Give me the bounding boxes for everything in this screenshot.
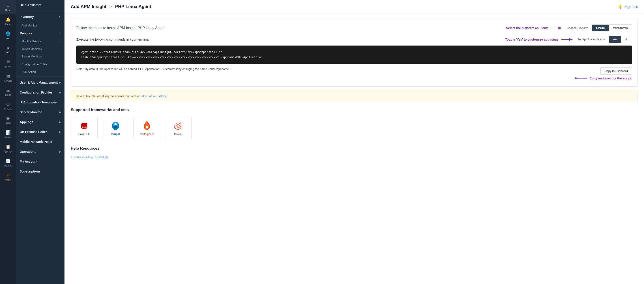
sidebar-item-web[interactable]: 🌐 Web — [0, 28, 16, 42]
appname-annotation-text: Toggle 'Yes' to customize app name. — [505, 38, 559, 41]
sidebar-sub-item-import-monitors[interactable]: Import Monitors — [16, 45, 64, 53]
server-icon: 🖥 — [5, 59, 11, 65]
sidebar-item-metrics[interactable]: 📊 Metrics — [0, 127, 16, 141]
laravel-logo — [173, 120, 184, 131]
admin-icon: ⚙ — [5, 172, 11, 178]
sidebar-item-cloud[interactable]: ☁ Cloud — [0, 85, 16, 99]
applogs-arrow-icon: ▶ — [59, 121, 61, 124]
trouble-bar: Having trouble installing the agent? Try… — [71, 91, 638, 101]
appname-annotation-row: Toggle 'Yes' to customize app name. — [505, 37, 574, 42]
sidebar-sub-item-config-rules[interactable]: Configuration Rules + — [16, 60, 64, 68]
framework-codeigniter[interactable]: CodeIgniter — [134, 117, 160, 139]
sidebar-it-automation[interactable]: IT Automation Templates — [16, 97, 64, 107]
appname-arrow-svg — [560, 37, 574, 42]
sidebar-item-network[interactable]: ⬡ Network — [0, 99, 16, 113]
sidebar-operations[interactable]: Operations ▶ — [16, 147, 64, 157]
divider2 — [16, 76, 64, 77]
help-resources-section: Help Resources Troubleshooting Tips/FAQs — [71, 146, 638, 159]
sidebar-item-admin[interactable]: ⚙ Admin — [0, 170, 16, 184]
codeigniter-logo — [142, 120, 152, 131]
svg-point-9 — [114, 123, 117, 125]
main-content: Add APM Insight > PHP Linux Agent 💡 Page… — [64, 0, 644, 284]
sidebar-inventory-section[interactable]: Inventory ▼ — [16, 12, 64, 22]
content-area: Follow the steps to install APM Insight … — [64, 14, 644, 169]
platform-linux-button[interactable]: LINUX — [592, 25, 609, 31]
metrics-icon: 📊 — [5, 130, 11, 135]
note-row: Note : By default, the application will … — [76, 67, 632, 81]
divider — [16, 11, 64, 11]
code-line-1: wget https://staticdownloads.site24x7.co… — [81, 50, 628, 55]
platform-annotation-row: Select the platform as Linux. — [506, 25, 563, 31]
alternative-method-link[interactable]: alternative method. — [141, 94, 168, 98]
topbar: Add APM Insight > PHP Linux Agent 💡 Page… — [64, 0, 644, 14]
execute-row: Execute the following commands in your t… — [76, 36, 632, 43]
sidebar-item-vmware[interactable]: ▦ VMware — [0, 71, 16, 85]
monitor-groups-plus-icon[interactable]: + — [59, 39, 61, 43]
yes-button[interactable]: Yes — [609, 36, 621, 43]
sidebar: Help Assistant Inventory ▼ Add Monitor M… — [16, 0, 64, 284]
cakephp-logo: CakePHP — [79, 120, 90, 131]
sidebar-mobile-network[interactable]: Mobile Network Poller — [16, 137, 64, 147]
sidebar-item-apm[interactable]: ◈ APM — [0, 42, 16, 57]
breadcrumb: Add APM Insight > PHP Linux Agent — [71, 4, 151, 9]
frameworks-title: Supported frameworks and cms — [71, 108, 638, 112]
platform-windows-button[interactable]: WINDOWS — [609, 25, 632, 31]
sidebar-item-reports[interactable]: 📄 Reports — [0, 156, 16, 170]
sidebar-item-server[interactable]: 🖥 Server — [0, 57, 16, 71]
config-rules-plus-icon[interactable]: + — [59, 62, 61, 66]
sidebar-on-premise[interactable]: On-Premise Poller ▶ — [16, 127, 64, 137]
platform-annotation-text: Select the platform as Linux. — [506, 26, 549, 30]
svg-text:CakePHP: CakePHP — [80, 127, 88, 128]
frameworks-grid: CakePHP CakePHP Drup — [71, 117, 638, 139]
code-line-2: bash s247apmphpinstall.sh -key=xxxxxxxxx… — [81, 55, 628, 60]
svg-point-5 — [81, 123, 87, 126]
sidebar-my-account[interactable]: My Account — [16, 157, 64, 167]
drupal-name: Drupal — [111, 132, 120, 136]
server-monitor-arrow-icon: ▶ — [59, 111, 61, 114]
applogs-icon: 📋 — [5, 144, 11, 150]
operations-arrow-icon: ▶ — [59, 150, 61, 153]
help-resources-title: Help Resources — [71, 146, 638, 151]
sidebar-item-home[interactable]: ⌂ Home — [0, 0, 16, 14]
sidebar-user-alert[interactable]: User & Alert Management ▶ — [16, 78, 64, 87]
sidebar-sub-item-bulk-action[interactable]: Bulk Action — [16, 68, 64, 76]
platform-buttons: LINUX WINDOWS — [592, 25, 632, 31]
sidebar-item-applogs[interactable]: 📋 AppLogs — [0, 141, 16, 156]
no-button[interactable]: No — [621, 36, 632, 43]
svg-point-11 — [146, 126, 148, 128]
on-premise-arrow-icon: ▶ — [59, 130, 61, 133]
breadcrumb-sep: > — [110, 4, 112, 9]
copy-to-clipboard-button[interactable]: Copy to Clipboard — [600, 67, 632, 75]
codeigniter-name: CodeIgniter — [140, 132, 154, 136]
sidebar-sub-item-add-monitor[interactable]: Add Monitor — [16, 22, 64, 29]
note-text: Note : By default, the application will … — [76, 67, 570, 71]
sidebar-item-rum[interactable]: ◉ RUM — [0, 113, 16, 127]
svg-point-10 — [114, 125, 117, 128]
install-card: Follow the steps to install APM Insight … — [71, 19, 638, 87]
sidebar-sub-item-monitors[interactable]: Monitors + — [16, 29, 64, 37]
alarms-icon: 🔔 — [5, 17, 11, 22]
framework-cakephp[interactable]: CakePHP CakePHP — [71, 117, 98, 139]
sidebar-applogs[interactable]: AppLogs ▶ — [16, 117, 64, 127]
sidebar-server-monitor[interactable]: Server Monitor ▶ — [16, 107, 64, 117]
step-header-platform: Follow the steps to install APM Insight … — [76, 25, 632, 31]
vmware-icon: ▦ — [5, 73, 11, 79]
config-profiles-arrow-icon: ▶ — [59, 91, 61, 94]
lightbulb-icon: 💡 — [618, 5, 622, 9]
sidebar-item-alarms[interactable]: 🔔 Alarms — [0, 14, 16, 28]
sidebar-subscriptions[interactable]: Subscriptions — [16, 167, 64, 176]
help-assistant-link[interactable]: Help Assistant — [16, 0, 64, 10]
troubleshooting-link[interactable]: Troubleshooting Tips/FAQs — [71, 156, 108, 159]
home-icon: ⌂ — [5, 3, 11, 8]
drupal-logo — [110, 120, 121, 131]
monitors-plus-icon[interactable]: + — [59, 31, 61, 35]
framework-laravel[interactable]: laravel — [165, 117, 192, 139]
platform-arrow-svg — [550, 25, 563, 31]
sidebar-sub-item-monitor-groups[interactable]: Monitor Groups + — [16, 37, 64, 45]
sidebar-config-profiles[interactable]: Configuration Profiles ▶ — [16, 87, 64, 97]
sidebar-sub-item-export-monitors[interactable]: Export Monitors — [16, 53, 64, 60]
execute-label: Execute the following commands in your t… — [76, 38, 149, 41]
page-tips-button[interactable]: 💡 Page Tips — [618, 5, 638, 9]
framework-drupal[interactable]: Drupal — [102, 117, 129, 139]
step-title: Follow the steps to install APM Insight … — [76, 26, 164, 30]
